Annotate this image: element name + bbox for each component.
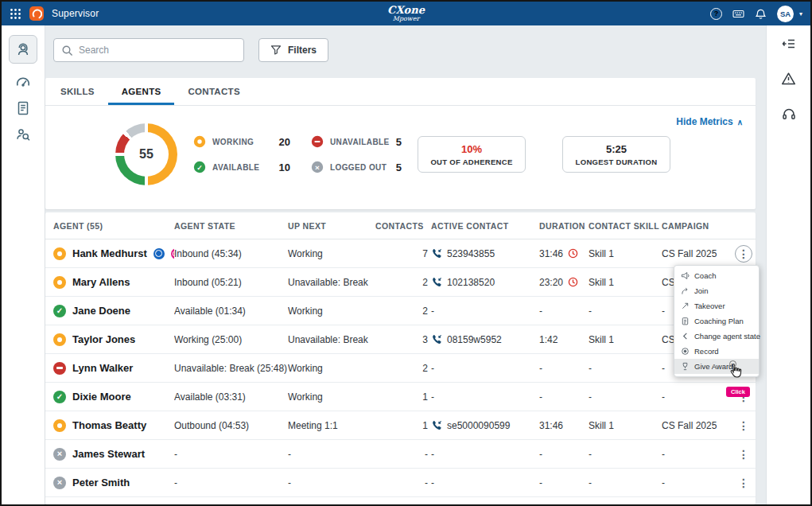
contact-skill-cell: - <box>589 449 662 460</box>
menu-item-coach[interactable]: Coach <box>674 268 759 283</box>
agent-state-cell: Unavailable: Break (25:48) <box>174 363 288 374</box>
legend-working: WORKING 20 <box>193 135 290 148</box>
alerts-warning-icon[interactable] <box>781 72 796 86</box>
menu-item-takeover[interactable]: Takeover <box>674 298 759 313</box>
menu-item-coaching-plan[interactable]: Coaching Plan <box>674 313 759 329</box>
nav-item-supervisor[interactable] <box>9 35 37 64</box>
table-row[interactable]: Lynn Walker Unavailable: Break (25:48) W… <box>45 354 756 383</box>
supervisor-window: Supervisor CXone Mpower SA ▾ <box>0 0 812 506</box>
agent-name: Dixie Moore <box>72 391 131 403</box>
table-row[interactable]: Peter Smith - - - - - - - <box>45 469 756 497</box>
agent-status-icon <box>53 333 66 346</box>
tabs-metrics-card: SKILLS AGENTS CONTACTS Hide Metrics 55 <box>45 78 756 209</box>
contacts-cell: 1 <box>375 391 431 403</box>
help-icon[interactable] <box>710 8 722 20</box>
legend-logged-out: LOGGED OUT 5 <box>311 161 402 173</box>
user-avatar[interactable]: SA <box>777 6 794 22</box>
voice-monitor-headset-icon[interactable] <box>782 107 796 121</box>
table-row[interactable]: Jane Doene Available (01:34) Working 2 -… <box>45 297 756 325</box>
working-status-icon <box>194 136 205 147</box>
tab-agents[interactable]: AGENTS <box>108 78 175 105</box>
agent-cell: James Stewart <box>53 448 174 461</box>
notifications-bell-icon[interactable] <box>755 8 767 20</box>
contacts-cell: 2 <box>375 363 431 374</box>
gauge-icon <box>15 74 31 90</box>
agent-donut: 55 <box>115 123 177 185</box>
incoming-call-icon <box>431 334 442 345</box>
row-menu-button[interactable] <box>735 417 752 434</box>
topbar-left: Supervisor <box>10 6 99 21</box>
agent-state-cell: - <box>174 449 288 460</box>
main-content: Filters SKILLS AGENTS CONTACTS Hide Metr… <box>45 25 756 504</box>
interactions-panel-icon[interactable] <box>782 37 796 51</box>
dialpad-icon[interactable] <box>732 8 744 20</box>
table-row[interactable]: Taylor Jones Working (25:00) Unavailable… <box>45 325 756 354</box>
agent-name: James Stewart <box>72 448 145 460</box>
agent-total: 55 <box>115 123 177 185</box>
hide-metrics-toggle[interactable]: Hide Metrics <box>676 116 743 127</box>
monitoring-badge-icon <box>153 248 165 259</box>
tab-skills[interactable]: SKILLS <box>47 78 108 105</box>
nav-item-agent-search[interactable] <box>15 127 31 142</box>
incoming-call-icon <box>431 277 442 288</box>
agent-cell: Jane Doene <box>53 305 174 317</box>
duration-cell: 1:42 <box>539 334 589 345</box>
up-next-cell: Working <box>288 306 375 317</box>
agent-state-cell: Outbound (04:53) <box>174 420 288 431</box>
left-nav-rail <box>2 25 45 504</box>
agent-status-icon <box>53 448 66 461</box>
active-contact-cell: - <box>431 306 539 317</box>
row-menu-button[interactable] <box>735 446 752 463</box>
filter-funnel-icon <box>270 45 282 56</box>
give-award-icon <box>681 362 690 371</box>
search-icon <box>61 45 73 56</box>
menu-item-join[interactable]: Join <box>674 283 759 298</box>
up-next-cell: Working <box>288 248 375 259</box>
person-search-icon <box>15 127 31 142</box>
table-row[interactable]: James Stewart - - - - - - - <box>45 440 756 469</box>
up-next-cell: Meeting 1:1 <box>288 420 375 431</box>
row-menu-button[interactable] <box>735 474 752 492</box>
report-document-icon <box>15 100 31 116</box>
longest-duration-card: 5:25 LONGEST DURATION <box>562 136 670 173</box>
legend-unavailable: UNAVAILABLE 5 <box>311 135 402 148</box>
agent-cell: Peter Smith <box>53 477 174 489</box>
menu-item-give-award[interactable]: Give Award <box>674 359 759 374</box>
filters-button[interactable]: Filters <box>258 38 328 62</box>
table-row[interactable]: Thomas Beatty Outbound (04:53) Meeting 1… <box>45 411 756 440</box>
table-row[interactable]: Hank Medhurst Inbound (45:34) Working 7 … <box>45 239 756 268</box>
contact-number: 523943855 <box>447 248 495 259</box>
contact-skill-cell: - <box>589 477 662 488</box>
menu-item-record[interactable]: Record <box>674 344 759 359</box>
search-input[interactable] <box>79 45 236 56</box>
contact-skill-cell: Skill 1 <box>589 248 662 259</box>
table-header: AGENT (55) AGENT STATE UP NEXT CONTACTS … <box>45 212 756 239</box>
agent-status-icon <box>53 419 66 432</box>
tab-contacts[interactable]: CONTACTS <box>174 78 253 105</box>
nav-item-reports[interactable] <box>15 100 31 116</box>
row-menu-button[interactable] <box>735 245 752 263</box>
overdue-clock-icon <box>568 248 578 259</box>
contact-skill-cell: Skill 1 <box>589 334 662 345</box>
campaign-cell: CS Fall 2025 <box>662 420 735 431</box>
duration-cell: 31:46 <box>539 420 589 431</box>
table-row[interactable]: Dixie Moore Available (03:31) Working 1 … <box>45 383 756 411</box>
toolbar: Filters <box>45 38 756 62</box>
campaign-cell: - <box>662 477 735 488</box>
tab-bar: SKILLS AGENTS CONTACTS <box>45 78 756 106</box>
unavailable-status-icon <box>312 136 323 147</box>
menu-item-change-agent-state[interactable]: Change agent state <box>674 329 759 344</box>
active-contact-cell: - <box>431 391 539 403</box>
app-switcher-icon[interactable] <box>10 8 21 20</box>
agent-status-icon <box>53 305 66 317</box>
agent-cell: Taylor Jones <box>53 333 174 346</box>
active-contact-cell: 523943855 <box>431 248 539 259</box>
up-next-cell: Unavailable: Break <box>288 277 375 288</box>
duration-cell: - <box>539 363 589 374</box>
table-row[interactable]: Mary Allens Inbound (05:21) Unavailable:… <box>45 268 756 297</box>
coaching-plan-icon <box>681 317 690 325</box>
cursor-pointer-icon <box>728 364 742 380</box>
nav-item-dashboard[interactable] <box>15 74 31 90</box>
top-bar: Supervisor CXone Mpower SA ▾ <box>2 2 810 25</box>
agent-cell: Mary Allens <box>53 276 174 289</box>
